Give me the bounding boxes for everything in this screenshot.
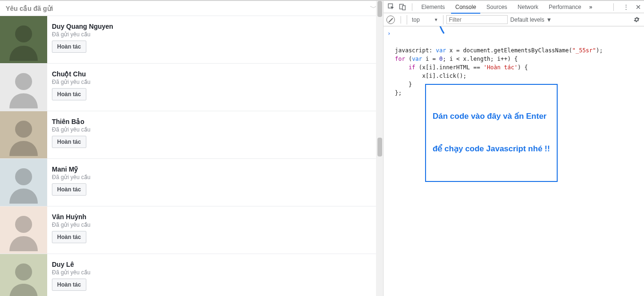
kebab-menu-icon[interactable]: ⋮ [621, 2, 631, 12]
friend-info: Chuột ChuĐã gửi yêu cầuHoàn tác [47, 64, 95, 105]
avatar[interactable] [0, 64, 47, 111]
devtools-right-controls: ⋮ ✕ [611, 2, 641, 12]
tab-performance[interactable]: Performance [544, 1, 585, 13]
request-status: Đã gửi yêu cầu [52, 269, 91, 276]
console-filter-input[interactable] [446, 15, 508, 24]
friend-request-item: Mani MỹĐã gửi yêu cầuHoàn tác [0, 159, 383, 206]
panel-header[interactable]: Yêu cầu đã gửi ﹀ [0, 1, 383, 16]
tab-elements[interactable]: Elements [417, 1, 449, 13]
page-inner: Yêu cầu đã gửi ﹀ Duy Quang NguyenĐã gửi … [0, 1, 383, 296]
code-token: i = [422, 56, 439, 62]
dropdown-triangle-icon: ▼ [434, 17, 438, 22]
undo-button[interactable]: Hoàn tác [52, 41, 86, 53]
svg-point-5 [15, 263, 32, 280]
friend-name[interactable]: Mani Mỹ [52, 165, 91, 173]
friend-request-list: Duy Quang NguyenĐã gửi yêu cầuHoàn tácCh… [0, 16, 383, 296]
code-token: ); [596, 47, 602, 54]
svg-point-0 [15, 25, 32, 42]
request-status: Đã gửi yêu cầu [52, 31, 113, 38]
friend-request-item: Thiên BảoĐã gửi yêu cầuHoàn tác [0, 111, 383, 159]
code-token: x[i].click(); [395, 73, 467, 79]
code-token: javascript: [395, 47, 436, 54]
friend-name[interactable]: Duy Quang Nguyen [52, 23, 113, 30]
page-scrollbar-thumb[interactable] [377, 1, 382, 17]
close-icon[interactable]: ✕ [636, 3, 641, 11]
tab-console[interactable]: Console [451, 1, 480, 13]
svg-point-4 [15, 216, 32, 233]
friend-name[interactable]: Duy Lê [52, 261, 91, 268]
code-token: "_55sr" [572, 47, 596, 54]
app-root: Yêu cầu đã gửi ﹀ Duy Quang NguyenĐã gửi … [0, 0, 644, 296]
log-levels-label: Default levels [510, 16, 544, 23]
tabs-overflow-icon[interactable]: » [589, 4, 593, 10]
annotation-arrow [430, 26, 449, 36]
code-token: ; i < x.length; i++) { [443, 56, 518, 62]
web-page: Yêu cầu đã gửi ﹀ Duy Quang NguyenĐã gửi … [0, 1, 384, 296]
undo-button[interactable]: Hoàn tác [52, 88, 86, 100]
friend-name[interactable]: Vân Huỳnh [52, 213, 91, 221]
code-token: var [436, 47, 446, 54]
code-token: x = document.getElementsByClassName( [446, 47, 572, 54]
context-selector[interactable]: top ▼ [407, 15, 443, 25]
friend-request-item: Vân HuỳnhĐã gửi yêu cầuHoàn tác [0, 206, 383, 254]
console-prompt-icon: › [387, 29, 391, 38]
friend-request-item: Duy LêĐã gửi yêu cầuHoàn tác [0, 254, 383, 296]
friend-info: Vân HuỳnhĐã gửi yêu cầuHoàn tác [47, 206, 95, 248]
avatar[interactable] [0, 254, 47, 296]
separator [613, 3, 614, 11]
code-token: } [395, 81, 412, 88]
separator [401, 16, 401, 24]
code-token: (x[i].innerHTML == [415, 64, 484, 71]
svg-point-3 [15, 168, 32, 185]
request-status: Đã gửi yêu cầu [52, 174, 91, 181]
clear-console-icon[interactable] [386, 16, 395, 24]
device-toolbar-icon[interactable] [398, 2, 407, 12]
svg-rect-8 [402, 6, 405, 10]
page-scrollbar-track[interactable] [376, 1, 383, 296]
avatar[interactable] [0, 16, 47, 63]
instruction-annotation: Dán code vào đây và ấn Enter để chạy cod… [425, 84, 558, 182]
code-token: if [395, 64, 415, 71]
separator [412, 3, 412, 11]
friend-info: Duy Quang NguyenĐã gửi yêu cầuHoàn tác [47, 16, 118, 58]
gear-icon[interactable] [632, 15, 641, 25]
devtools-panel: Elements Console Sources Network Perform… [384, 1, 644, 296]
avatar[interactable] [0, 206, 47, 254]
avatar[interactable] [0, 159, 47, 206]
code-token: 'Hoàn tác' [484, 64, 518, 71]
context-label: top [412, 16, 420, 23]
friend-info: Mani MỹĐã gửi yêu cầuHoàn tác [47, 159, 95, 200]
tab-sources[interactable]: Sources [482, 1, 511, 13]
friend-request-item: Chuột ChuĐã gửi yêu cầuHoàn tác [0, 64, 383, 111]
undo-button[interactable]: Hoàn tác [52, 183, 86, 196]
code-token: ( [405, 56, 412, 62]
annotation-line: để chạy code Javascript nhé !! [433, 144, 550, 155]
undo-button[interactable]: Hoàn tác [52, 279, 86, 291]
code-token: var [412, 56, 422, 62]
dropdown-triangle-icon: ▼ [546, 16, 552, 23]
devtools-tabbar: Elements Console Sources Network Perform… [384, 1, 644, 13]
friend-name[interactable]: Chuột Chu [52, 70, 91, 78]
request-status: Đã gửi yêu cầu [52, 79, 91, 85]
avatar[interactable] [0, 111, 47, 158]
undo-button[interactable]: Hoàn tác [52, 136, 86, 148]
friend-name[interactable]: Thiên Bảo [52, 118, 91, 125]
code-token: for [395, 56, 405, 62]
request-status: Đã gửi yêu cầu [52, 126, 91, 133]
request-status: Đã gửi yêu cầu [52, 222, 91, 228]
inspect-element-icon[interactable] [386, 2, 396, 12]
code-token: ) { [518, 64, 528, 71]
svg-point-1 [15, 73, 32, 90]
console-body[interactable]: › javascript: var x = document.getElemen… [384, 26, 644, 296]
svg-point-2 [15, 121, 32, 138]
tab-network[interactable]: Network [513, 1, 543, 13]
code-token: }; [395, 90, 401, 96]
console-toolbar: top ▼ Default levels ▼ [384, 13, 644, 26]
friend-info: Duy LêĐã gửi yêu cầuHoàn tác [47, 254, 95, 296]
panel-title: Yêu cầu đã gửi [6, 5, 370, 12]
log-levels-selector[interactable]: Default levels ▼ [510, 16, 552, 23]
page-scrollbar-thumb[interactable] [377, 138, 382, 156]
friend-request-item: Duy Quang NguyenĐã gửi yêu cầuHoàn tác [0, 16, 383, 64]
undo-button[interactable]: Hoàn tác [52, 231, 86, 243]
friend-info: Thiên BảoĐã gửi yêu cầuHoàn tác [47, 111, 95, 153]
